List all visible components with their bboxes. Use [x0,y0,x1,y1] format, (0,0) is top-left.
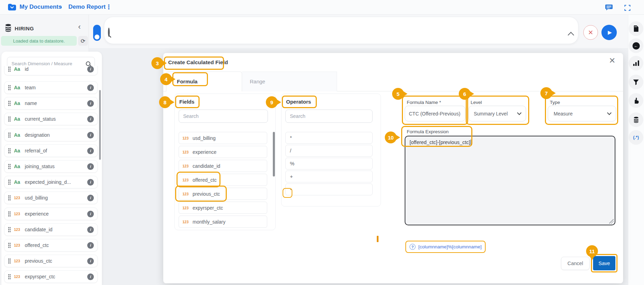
modal-field-item[interactable]: 123candidate_id [179,160,267,172]
info-icon[interactable]: i [87,258,94,264]
memory-card-button[interactable] [629,21,643,36]
formula-name-input[interactable]: CTC (Offered-Previous) [405,106,465,121]
operator-label: + [290,174,293,179]
list-item[interactable]: Aareferral_ofi [4,144,98,157]
info-icon[interactable]: i [87,195,94,201]
datastore-button[interactable] [629,112,643,127]
resize-handle[interactable] [609,219,614,224]
drag-handle-icon[interactable] [8,195,11,201]
field-label: joining_status [25,164,55,169]
folder-icon[interactable] [8,3,16,12]
list-item[interactable]: Aaexpected_joining_d...i [4,176,98,188]
info-icon[interactable]: i [87,66,94,73]
drag-handle-icon[interactable] [8,66,11,72]
list-item[interactable]: 123previous_ctci [4,255,98,267]
list-item[interactable]: Aateami [4,81,98,94]
drag-handle-icon[interactable] [8,164,11,169]
info-icon[interactable]: i [87,100,94,107]
type-badge: 123 [14,212,23,216]
operators-search-input[interactable]: Search [285,110,373,123]
list-item[interactable]: 123candidate_idi [4,223,98,236]
drag-handle-icon[interactable] [8,85,11,90]
help-icon[interactable]: ? [410,244,415,250]
info-icon[interactable]: i [87,132,94,138]
breadcrumb-root[interactable]: My Documents [20,3,62,10]
close-icon[interactable]: × [609,55,615,66]
refresh-button[interactable]: ⟳ [78,36,88,46]
info-icon[interactable]: i [87,116,94,122]
operator-label: - [290,187,292,192]
type-badge: 123 [14,275,23,279]
info-icon[interactable]: i [87,84,94,91]
regex-button[interactable]: (.*) [629,130,643,145]
drag-handle-icon[interactable] [8,274,11,279]
fields-scrollbar[interactable] [273,132,275,177]
info-icon[interactable]: i [87,148,94,154]
fullscreen-icon[interactable] [624,5,630,12]
operator-item[interactable]: - [285,183,373,195]
info-icon[interactable]: i [87,273,94,280]
interact-button[interactable] [629,93,643,108]
query-toggle[interactable] [93,25,101,41]
operator-item[interactable]: % [285,158,373,170]
drag-handle-icon[interactable] [8,100,11,106]
collapse-sidebar-icon[interactable]: ‹ [78,22,81,31]
cancel-button[interactable]: Cancel [561,257,590,270]
type-select[interactable]: Measure [548,106,616,121]
tab-range[interactable]: Range [242,72,337,91]
query-input[interactable] [104,17,578,44]
chart-button[interactable] [629,56,643,70]
filter-button[interactable] [629,75,643,89]
list-item[interactable]: 123expyrsper_ctci [4,270,98,283]
operator-item[interactable]: + [285,171,373,182]
modal-field-item[interactable]: 123offered_ctc [179,174,267,186]
modal-field-item[interactable]: 123monthly_salary [179,216,267,228]
list-item[interactable]: 123offered_ctci [4,239,98,252]
drag-handle-icon[interactable] [8,116,11,122]
field-list: Aaidi Aateami Aanamei Aacurrent_statusi … [3,66,99,285]
info-icon[interactable]: i [87,179,94,186]
drag-handle-icon[interactable] [8,132,11,138]
operator-item[interactable]: * [285,132,373,144]
drag-handle-icon[interactable] [8,258,11,264]
save-button[interactable]: Save [593,256,615,270]
info-icon[interactable]: i [87,226,94,233]
list-item[interactable]: 123experiencei [4,208,98,220]
drag-handle-icon[interactable] [8,179,11,185]
type-badge: 123 [14,243,23,247]
formula-expression-textarea[interactable]: [offered_ctc]-[previous_ctc] [405,136,615,225]
tab-formula[interactable]: Formula [166,72,242,91]
clear-query-button[interactable]: × [583,25,598,40]
drag-handle-icon[interactable] [8,227,11,232]
drag-handle-icon[interactable] [8,242,11,248]
list-item[interactable]: Aaidi [4,66,98,75]
chat-icon[interactable] [605,4,613,12]
breadcrumb-current[interactable]: Demo Report [68,3,106,10]
fields-search-input[interactable]: Search [179,110,268,123]
cursor-marker [377,236,379,242]
modal-field-item[interactable]: 123experience [179,146,267,158]
operator-item[interactable]: / [285,145,373,157]
back-button[interactable]: ← [629,38,643,53]
drag-handle-icon[interactable] [8,211,11,217]
list-item[interactable]: Aajoining_statusi [4,160,98,173]
run-query-button[interactable]: ▶ [601,25,617,40]
info-icon[interactable]: i [87,163,94,170]
list-item[interactable]: 123usd_billingi [4,192,98,204]
sidebar-scrollbar[interactable] [99,90,101,160]
chevron-down-icon [517,111,522,115]
kebab-menu-icon[interactable]: ⋮ [106,3,112,11]
type-label: Type [550,100,560,105]
modal-field-item[interactable]: 123usd_billing [179,132,267,144]
list-item[interactable]: Aanamei [4,97,98,110]
modal-field-item[interactable]: 123previous_ctc [179,188,267,200]
list-item[interactable]: Aadesignationi [4,129,98,141]
operator-label: % [290,161,294,166]
list-item[interactable]: Aacurrent_statusi [4,113,98,125]
info-icon[interactable]: i [87,211,94,217]
modal-field-item[interactable]: 123expyrsper_ctc [179,202,267,214]
drag-handle-icon[interactable] [8,148,11,153]
level-select[interactable]: Summary Level [469,106,526,121]
callout-5: 5 [392,88,404,100]
info-icon[interactable]: i [87,242,94,249]
